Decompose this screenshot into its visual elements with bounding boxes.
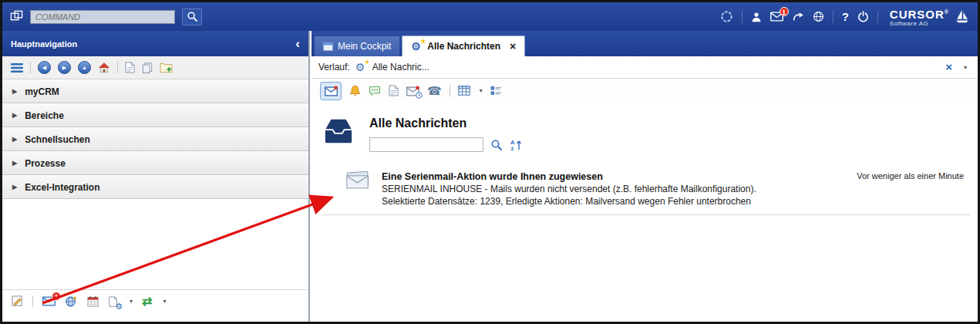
web-favorites-icon[interactable]: ★ [65, 295, 78, 307]
gear-star-icon: ⚙★ [355, 62, 367, 73]
reminder-bell-icon[interactable] [349, 85, 361, 96]
help-icon[interactable]: ? [842, 10, 849, 23]
chat-icon[interactable] [369, 86, 381, 96]
sidebar-header: Hauptnavigation ‹ [2, 31, 308, 56]
table-view-icon[interactable] [458, 86, 470, 96]
tab-alle-nachrichten[interactable]: ⚙★ Alle Nachrichten × [402, 35, 525, 56]
expand-arrow-icon: ▶ [12, 184, 17, 191]
message-list-item[interactable]: Eine Serienmail-Aktion wurde Ihnen zugew… [345, 170, 970, 208]
chevron-down-icon[interactable]: ▾ [163, 298, 166, 305]
forward-button[interactable]: ▶ [58, 61, 71, 74]
sidebar-item-excel-integration[interactable]: ▶ Excel-Integration [2, 175, 308, 199]
expand-arrow-icon: ▶ [12, 88, 17, 95]
separator [30, 62, 31, 73]
message-line: Selektierte Datensätze: 1239, Erledigte … [382, 195, 756, 208]
sidebar-item-label: Prozesse [25, 158, 66, 169]
list-divider [322, 214, 970, 215]
chevron-down-icon[interactable]: ▾ [964, 64, 967, 71]
new-folder-icon[interactable] [160, 62, 173, 73]
expand-arrow-icon: ▶ [12, 136, 17, 143]
document-icon[interactable] [125, 62, 135, 73]
cockpit-icon [323, 42, 333, 51]
message-line: SERIENMAIL INHOUSE - Mails wurden nicht … [382, 183, 756, 195]
tab-close-icon[interactable]: × [510, 42, 516, 51]
spinner-icon [720, 10, 733, 23]
sidebar-item-label: Excel-Integration [25, 182, 99, 193]
sidebar-item-prozesse[interactable]: ▶ Prozesse [2, 151, 308, 175]
command-search-button[interactable] [182, 8, 202, 25]
list-view-icon[interactable] [490, 86, 502, 96]
envelope-stack-icon [345, 170, 371, 191]
separator [450, 85, 450, 96]
gear-icon: ⚙ [115, 302, 123, 310]
separator [877, 11, 878, 23]
mail-reminder-icon[interactable] [406, 86, 419, 96]
up-button[interactable]: ▲ [78, 61, 91, 74]
message-timestamp: Vor weniger als einer Minute [857, 170, 970, 181]
clock-icon [416, 92, 423, 99]
separator [833, 11, 834, 23]
sync-icon[interactable]: ⇄ [142, 296, 152, 307]
expand-arrow-icon: ▶ [12, 112, 17, 119]
calendar-icon[interactable] [87, 295, 99, 307]
sidebar-collapse-button[interactable]: ‹ [295, 39, 300, 49]
brand-logo: CURSOR® Software AG [887, 7, 970, 27]
tab-mein-cockpit[interactable]: Mein Cockpit [314, 35, 400, 56]
sidebar-title: Hauptnavigation [11, 39, 77, 49]
redo-icon[interactable] [792, 11, 804, 22]
window-switcher-icon[interactable] [10, 10, 23, 23]
sidebar-toolbar: ◀ ▶ ▲ [2, 56, 308, 79]
message-count-badge: 1 [52, 292, 61, 301]
search-icon [187, 11, 198, 22]
user-icon[interactable] [751, 12, 762, 22]
sidebar-item-mycrm[interactable]: ▶ myCRM [2, 79, 308, 103]
command-input[interactable] [30, 10, 175, 24]
chevron-down-icon[interactable]: ▾ [480, 87, 483, 94]
svg-text:z: z [511, 145, 514, 151]
main-area: Mein Cockpit ⚙★ Alle Nachrichten × Verla… [312, 31, 978, 322]
topbar-right: 1 ? CURSOR® Software AG [720, 7, 970, 27]
sidebar-item-label: Bereiche [25, 110, 64, 121]
history-bar: Verlauf: ⚙★ Alle Nachric... × ▾ [312, 56, 978, 79]
phone-icon[interactable]: ☎ [427, 85, 442, 96]
note-edit-icon[interactable] [12, 295, 23, 307]
page-title: Alle Nachrichten [369, 116, 522, 130]
separator [32, 295, 33, 307]
sidebar-item-label: myCRM [25, 86, 59, 97]
sidebar-accordion: ▶ myCRM ▶ Bereiche ▶ Schnellsuchen ▶ Pro… [2, 79, 308, 199]
message-list-panel: Alle Nachrichten Az [312, 103, 978, 322]
message-count-badge: 1 [780, 7, 789, 16]
mail-new-icon [325, 86, 338, 96]
home-icon[interactable] [98, 62, 110, 73]
history-item[interactable]: Alle Nachric... [372, 62, 429, 73]
document-settings-icon[interactable]: ⚙ [108, 296, 119, 307]
close-icon[interactable]: × [945, 62, 952, 72]
sidebar-item-schnellsuchen[interactable]: ▶ Schnellsuchen [2, 127, 308, 151]
separator [742, 11, 743, 23]
history-label: Verlauf: [318, 62, 350, 73]
inbox-icon [322, 116, 355, 146]
sort-icon[interactable]: Az [510, 139, 522, 151]
menu-icon[interactable] [11, 62, 23, 73]
power-icon[interactable] [857, 11, 869, 22]
sidebar-bottom-toolbar: 1 ★ ⚙ ▾ ⇄ ▾ [2, 289, 308, 312]
app-window: 1 ? CURSOR® Software AG [0, 0, 980, 324]
sidebar-item-label: Schnellsuchen [25, 134, 90, 145]
message-search-input[interactable] [369, 137, 483, 152]
gear-star-icon: ⚙★ [411, 41, 423, 52]
copy-document-icon[interactable] [142, 62, 153, 73]
new-mail-button[interactable] [320, 82, 342, 100]
messages-icon[interactable]: 1 [770, 12, 783, 22]
back-button[interactable]: ◀ [38, 61, 51, 74]
message-toolbar: ☎ ▾ [312, 79, 978, 103]
search-icon[interactable] [490, 139, 503, 151]
chevron-down-icon[interactable]: ▾ [130, 298, 133, 305]
document-icon[interactable] [389, 85, 399, 96]
tab-label: Mein Cockpit [338, 41, 391, 52]
topbar: 1 ? CURSOR® Software AG [2, 2, 978, 31]
sidebar-item-bereiche[interactable]: ▶ Bereiche [2, 103, 308, 127]
separator [117, 62, 118, 73]
messages-icon[interactable]: 1 [42, 296, 56, 306]
globe-icon[interactable] [813, 11, 824, 22]
expand-arrow-icon: ▶ [12, 160, 17, 167]
